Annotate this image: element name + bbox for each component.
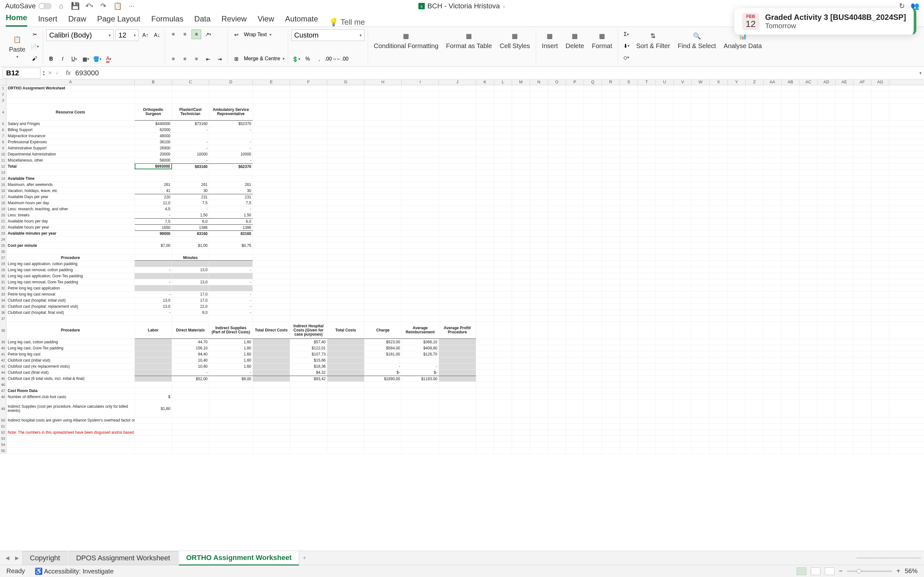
cell[interactable] [638, 370, 656, 376]
cell[interactable] [764, 163, 782, 169]
cell[interactable] [548, 133, 566, 139]
cell[interactable] [530, 298, 548, 303]
cell[interactable] [800, 121, 817, 127]
cell[interactable] [817, 430, 835, 435]
cell-F[interactable] [290, 424, 327, 429]
cell-J[interactable] [439, 103, 476, 121]
cell[interactable] [728, 163, 746, 169]
cell-C[interactable]: 17,0 [172, 292, 209, 297]
document-title[interactable]: x BCH - Victoria Hristova ⌄ [418, 2, 506, 10]
cell-C[interactable] [172, 91, 209, 97]
cell[interactable] [566, 316, 584, 322]
cell-J[interactable] [439, 218, 476, 224]
cell[interactable] [835, 145, 853, 151]
cell-H[interactable] [365, 400, 402, 417]
cell[interactable] [512, 417, 530, 423]
cell[interactable] [476, 448, 494, 454]
cell[interactable] [620, 139, 638, 145]
cell[interactable] [494, 91, 512, 97]
row-header[interactable]: 41 [0, 351, 6, 357]
cell[interactable] [692, 249, 710, 255]
cell-G[interactable] [327, 97, 365, 103]
cell-I[interactable] [402, 237, 439, 242]
row-header[interactable]: 42 [0, 358, 6, 363]
cell[interactable] [512, 182, 530, 187]
cell-G[interactable] [327, 103, 365, 121]
cell[interactable] [620, 339, 638, 345]
cell-D[interactable] [209, 249, 253, 255]
cell-H[interactable]: $1690,00 [365, 376, 402, 382]
cell-B[interactable] [135, 442, 172, 448]
cell-H[interactable] [365, 298, 402, 303]
cell[interactable] [584, 145, 602, 151]
cell[interactable] [764, 382, 782, 388]
cell-I[interactable] [402, 182, 439, 187]
cell[interactable] [746, 212, 764, 218]
cell[interactable] [871, 430, 889, 435]
cell[interactable] [548, 103, 566, 121]
cell-F[interactable] [290, 243, 327, 248]
copy-icon[interactable]: 📄▾ [30, 42, 39, 51]
cell-B[interactable]: - [135, 309, 172, 316]
cell[interactable] [871, 364, 889, 369]
cell-I[interactable] [402, 436, 439, 442]
wrap-text-button[interactable]: Wrap Text [244, 32, 267, 37]
cell[interactable] [494, 97, 512, 103]
cell[interactable] [817, 292, 835, 297]
cell[interactable] [853, 127, 871, 133]
cell[interactable] [782, 157, 800, 163]
cell[interactable] [746, 303, 764, 309]
cell-I[interactable] [402, 298, 439, 303]
cell[interactable] [476, 298, 494, 303]
cell-G[interactable] [327, 133, 365, 139]
sheet-tab-ortho[interactable]: ORTHO Assignment Worksheet [179, 551, 299, 566]
increase-font-icon[interactable]: A↑ [141, 31, 150, 40]
cell[interactable] [566, 212, 584, 218]
cell[interactable] [494, 394, 512, 400]
zoom-in-button[interactable]: + [897, 567, 900, 575]
cell[interactable] [512, 394, 530, 400]
cell[interactable] [476, 200, 494, 206]
cell-F[interactable] [290, 133, 327, 139]
cell-F[interactable]: $15,66 [290, 358, 327, 363]
cell[interactable] [530, 370, 548, 376]
cell[interactable] [548, 85, 566, 91]
cell-E[interactable] [253, 400, 290, 417]
cell[interactable] [728, 358, 746, 363]
cell[interactable] [800, 430, 817, 435]
cell[interactable] [512, 103, 530, 121]
row-header[interactable]: 27 [0, 255, 6, 261]
cell-A[interactable] [6, 91, 135, 97]
cell[interactable] [764, 133, 782, 139]
cell[interactable] [638, 303, 656, 309]
cell[interactable] [835, 388, 853, 394]
cell-styles-button[interactable]: ▦Cell Styles [497, 29, 532, 64]
cell[interactable] [710, 151, 728, 157]
cell-I[interactable] [402, 139, 439, 145]
cell-B[interactable] [135, 316, 172, 322]
autosum-icon[interactable]: Σ▾ [622, 29, 631, 39]
cell[interactable] [674, 249, 692, 255]
cell[interactable] [620, 424, 638, 429]
cell-E[interactable] [253, 273, 290, 279]
cell-C[interactable] [172, 176, 209, 181]
cell-F[interactable] [290, 279, 327, 285]
cell-G[interactable] [327, 157, 365, 163]
cell[interactable] [764, 103, 782, 121]
cell[interactable] [835, 200, 853, 206]
cell[interactable] [620, 103, 638, 121]
cell-A[interactable]: Clubfoot cast (hospital; initial visit) [6, 298, 135, 303]
cell[interactable] [674, 351, 692, 357]
cell[interactable] [476, 364, 494, 369]
cell[interactable] [835, 370, 853, 376]
cancel-icon[interactable]: ✕ [48, 70, 52, 76]
cell[interactable] [835, 267, 853, 273]
cell[interactable] [494, 230, 512, 236]
cell[interactable] [656, 103, 674, 121]
cell[interactable] [566, 194, 584, 200]
cell[interactable] [710, 298, 728, 303]
cell[interactable] [638, 442, 656, 448]
cell[interactable] [692, 388, 710, 394]
cell[interactable] [853, 121, 871, 127]
cell[interactable] [710, 224, 728, 230]
